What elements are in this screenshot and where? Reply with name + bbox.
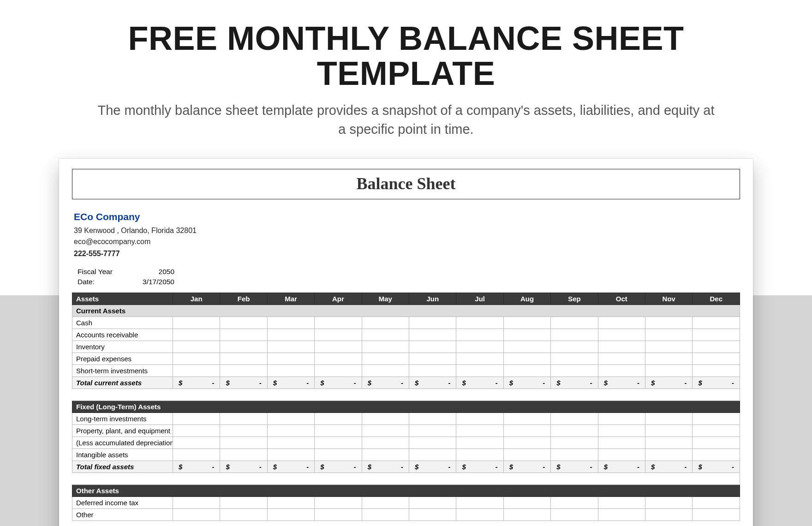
- money-cell[interactable]: $-: [220, 460, 267, 472]
- empty-cell[interactable]: [645, 353, 693, 365]
- empty-cell[interactable]: [503, 365, 550, 377]
- empty-cell[interactable]: [315, 496, 362, 508]
- empty-cell[interactable]: [693, 436, 740, 448]
- money-cell[interactable]: $-: [267, 377, 314, 389]
- empty-cell[interactable]: [456, 341, 503, 353]
- empty-cell[interactable]: [315, 424, 362, 436]
- money-cell[interactable]: $-: [173, 377, 220, 389]
- money-cell[interactable]: $-: [362, 460, 409, 472]
- empty-cell[interactable]: [409, 317, 456, 329]
- empty-cell[interactable]: [409, 341, 456, 353]
- empty-cell[interactable]: [598, 508, 645, 520]
- empty-cell[interactable]: [267, 436, 314, 448]
- empty-cell[interactable]: [220, 424, 267, 436]
- empty-cell[interactable]: [362, 496, 409, 508]
- empty-cell[interactable]: [456, 365, 503, 377]
- empty-cell[interactable]: [173, 317, 220, 329]
- money-cell[interactable]: $-: [456, 460, 503, 472]
- empty-cell[interactable]: [315, 341, 362, 353]
- empty-cell[interactable]: [598, 436, 645, 448]
- empty-cell[interactable]: [409, 329, 456, 341]
- empty-cell[interactable]: [173, 448, 220, 460]
- money-cell[interactable]: $-: [551, 460, 598, 472]
- empty-cell[interactable]: [220, 329, 267, 341]
- empty-cell[interactable]: [220, 412, 267, 424]
- empty-cell[interactable]: [551, 424, 598, 436]
- empty-cell[interactable]: [645, 436, 693, 448]
- empty-cell[interactable]: [645, 341, 693, 353]
- empty-cell[interactable]: [598, 365, 645, 377]
- empty-cell[interactable]: [503, 412, 550, 424]
- empty-cell[interactable]: [598, 496, 645, 508]
- empty-cell[interactable]: [362, 412, 409, 424]
- empty-cell[interactable]: [693, 329, 740, 341]
- empty-cell[interactable]: [173, 508, 220, 520]
- empty-cell[interactable]: [409, 448, 456, 460]
- empty-cell[interactable]: [503, 508, 550, 520]
- empty-cell[interactable]: [645, 412, 693, 424]
- empty-cell[interactable]: [315, 329, 362, 341]
- empty-cell[interactable]: [551, 508, 598, 520]
- money-cell[interactable]: $-: [362, 377, 409, 389]
- empty-cell[interactable]: [362, 448, 409, 460]
- empty-cell[interactable]: [267, 424, 314, 436]
- empty-cell[interactable]: [173, 353, 220, 365]
- empty-cell[interactable]: [315, 365, 362, 377]
- empty-cell[interactable]: [503, 341, 550, 353]
- money-cell[interactable]: $-: [220, 377, 267, 389]
- empty-cell[interactable]: [551, 329, 598, 341]
- empty-cell[interactable]: [551, 317, 598, 329]
- money-cell[interactable]: $-: [173, 460, 220, 472]
- empty-cell[interactable]: [220, 508, 267, 520]
- empty-cell[interactable]: [362, 508, 409, 520]
- empty-cell[interactable]: [503, 436, 550, 448]
- money-cell[interactable]: $-: [693, 377, 740, 389]
- empty-cell[interactable]: [456, 317, 503, 329]
- empty-cell[interactable]: [551, 412, 598, 424]
- empty-cell[interactable]: [409, 496, 456, 508]
- empty-cell[interactable]: [693, 365, 740, 377]
- money-cell[interactable]: $-: [645, 460, 693, 472]
- empty-cell[interactable]: [362, 317, 409, 329]
- empty-cell[interactable]: [362, 341, 409, 353]
- money-cell[interactable]: $-: [267, 460, 314, 472]
- empty-cell[interactable]: [267, 365, 314, 377]
- money-cell[interactable]: $-: [503, 377, 550, 389]
- empty-cell[interactable]: [503, 448, 550, 460]
- empty-cell[interactable]: [645, 496, 693, 508]
- empty-cell[interactable]: [267, 329, 314, 341]
- empty-cell[interactable]: [173, 341, 220, 353]
- money-cell[interactable]: $-: [315, 377, 362, 389]
- empty-cell[interactable]: [220, 341, 267, 353]
- empty-cell[interactable]: [220, 436, 267, 448]
- empty-cell[interactable]: [645, 508, 693, 520]
- money-cell[interactable]: $-: [409, 377, 456, 389]
- empty-cell[interactable]: [645, 448, 693, 460]
- empty-cell[interactable]: [693, 424, 740, 436]
- money-cell[interactable]: $-: [315, 460, 362, 472]
- empty-cell[interactable]: [598, 353, 645, 365]
- empty-cell[interactable]: [598, 317, 645, 329]
- money-cell[interactable]: $-: [409, 460, 456, 472]
- empty-cell[interactable]: [456, 424, 503, 436]
- money-cell[interactable]: $-: [503, 460, 550, 472]
- empty-cell[interactable]: [551, 496, 598, 508]
- empty-cell[interactable]: [456, 436, 503, 448]
- empty-cell[interactable]: [503, 329, 550, 341]
- empty-cell[interactable]: [551, 448, 598, 460]
- empty-cell[interactable]: [551, 365, 598, 377]
- empty-cell[interactable]: [598, 448, 645, 460]
- empty-cell[interactable]: [503, 424, 550, 436]
- empty-cell[interactable]: [315, 436, 362, 448]
- empty-cell[interactable]: [645, 317, 693, 329]
- empty-cell[interactable]: [173, 436, 220, 448]
- empty-cell[interactable]: [693, 508, 740, 520]
- empty-cell[interactable]: [362, 365, 409, 377]
- empty-cell[interactable]: [173, 496, 220, 508]
- money-cell[interactable]: $-: [598, 460, 645, 472]
- money-cell[interactable]: $-: [456, 377, 503, 389]
- empty-cell[interactable]: [456, 508, 503, 520]
- empty-cell[interactable]: [362, 329, 409, 341]
- empty-cell[interactable]: [315, 508, 362, 520]
- empty-cell[interactable]: [220, 365, 267, 377]
